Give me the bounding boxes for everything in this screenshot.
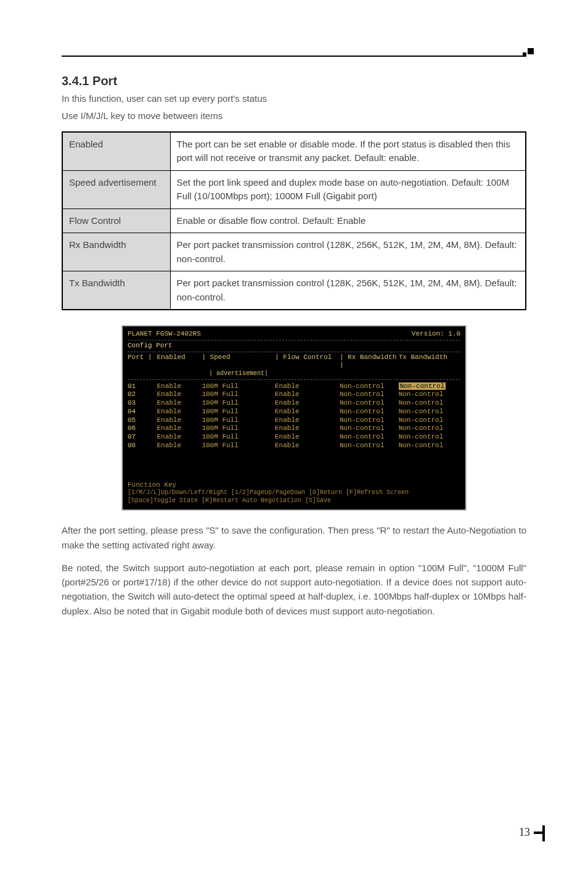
terminal-data-row: 05Enable100M FullEnableNon-controlNon-co… xyxy=(128,416,460,425)
terminal-device: PLANET FGSW-2402RS xyxy=(128,330,201,339)
corner-decoration xyxy=(520,48,534,58)
page-number: 13 xyxy=(519,826,530,839)
table-row: Tx BandwidthPer port packet transmission… xyxy=(62,271,526,310)
table-row: Rx BandwidthPer port packet transmission… xyxy=(62,233,526,271)
param-label: Rx Bandwidth xyxy=(62,233,170,271)
after-paragraph-2: Be noted, the Switch support auto-negoti… xyxy=(62,561,526,618)
terminal-version: Version: 1.0 xyxy=(412,330,460,339)
terminal-function-line-1: [I/M/J/L]Up/Down/Left/Right [1/2]PageUp/… xyxy=(128,489,460,497)
terminal-function-line-2: [Space]Toggle State [R]Restart Auto Nego… xyxy=(128,497,460,505)
param-desc: Enable or disable flow control. Default:… xyxy=(170,208,526,233)
param-label: Speed advertisement xyxy=(62,170,170,208)
terminal-subheader: | advertisement| xyxy=(209,370,460,378)
after-paragraph-1: After the port setting, please press "S"… xyxy=(62,523,526,552)
section-title: 3.4.1 Port xyxy=(62,74,526,88)
param-label: Enabled xyxy=(62,132,170,171)
table-row: Speed advertisementSet the port link spe… xyxy=(62,170,526,208)
footer-decoration xyxy=(534,825,551,841)
terminal-data-row: 06Enable100M FullEnableNon-controlNon-co… xyxy=(128,424,460,433)
parameter-table: EnabledThe port can be set enable or dis… xyxy=(62,131,526,311)
terminal-data-row: 01Enable100M FullEnableNon-controlNon-co… xyxy=(128,382,460,391)
terminal-data-row: 08Enable100M FullEnableNon-controlNon-co… xyxy=(128,442,460,450)
table-row: Flow ControlEnable or disable flow contr… xyxy=(62,208,526,233)
intro-line-2: Use I/M/J/L key to move between items xyxy=(62,109,526,123)
terminal-data-row: 04Enable100M FullEnableNon-controlNon-co… xyxy=(128,408,460,416)
param-desc: Per port packet transmission control (12… xyxy=(170,233,526,271)
table-row: EnabledThe port can be set enable or dis… xyxy=(62,132,526,171)
param-desc: Set the port link speed and duplex mode … xyxy=(170,170,526,208)
terminal-function-label: Function Key xyxy=(128,481,460,490)
terminal-data-row: 03Enable100M FullEnableNon-controlNon-co… xyxy=(128,399,460,408)
param-desc: The port can be set enable or disable mo… xyxy=(170,132,526,171)
terminal-header-row: Port | Enabled | Speed | Flow Control | … xyxy=(128,353,460,371)
top-rule xyxy=(62,56,526,57)
param-desc: Per port packet transmission control (12… xyxy=(170,271,526,310)
terminal-breadcrumb: Config Port xyxy=(128,342,460,350)
intro-line-1: In this function, user can set up every … xyxy=(62,92,526,105)
terminal-screenshot: PLANET FGSW-2402RS Version: 1.0 Config P… xyxy=(121,325,467,511)
param-label: Flow Control xyxy=(62,208,170,233)
terminal-data-row: 07Enable100M FullEnableNon-controlNon-co… xyxy=(128,433,460,442)
terminal-data-row: 02Enable100M FullEnableNon-controlNon-co… xyxy=(128,390,460,399)
param-label: Tx Bandwidth xyxy=(62,271,170,310)
